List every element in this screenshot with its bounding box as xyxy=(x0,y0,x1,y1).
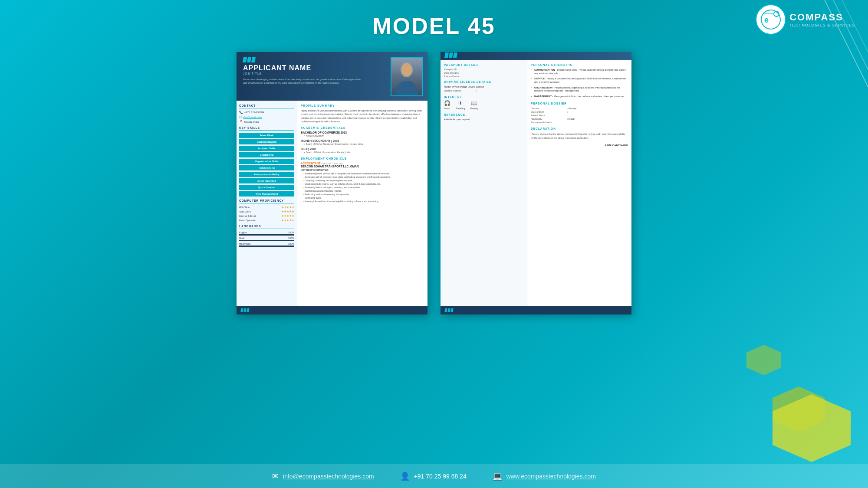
interest-icons: 🎧 Music ✈ Travelling 📖 Reading xyxy=(444,100,523,110)
strength-bold: MANAGEMENT xyxy=(534,95,552,98)
dossier-value: : Female xyxy=(567,107,576,110)
languages-title: LANGUAGES xyxy=(239,225,294,229)
logo-brand: COMPASS xyxy=(789,12,855,23)
p2-footer-bar-3 xyxy=(450,308,453,312)
emp-bullet: Keeping informed about current legislati… xyxy=(303,200,424,203)
emp-bullet: Creating periodic reports, such as balan… xyxy=(303,183,424,186)
lang-bar xyxy=(239,246,294,247)
dossier-value: : xyxy=(567,121,568,124)
key-skills-list: Team WorkCommunicationAnalytic SkillsLea… xyxy=(239,133,294,197)
lang-label: Malayalam 100% xyxy=(239,242,294,245)
computer-proficiency-title: COMPUTER PROFICIENCY xyxy=(239,199,294,203)
phone-number: +971 123456789 xyxy=(244,111,264,114)
page1-body: CONTACT 📞 +971 123456789 ✉ abc@gmail.com… xyxy=(237,101,427,314)
logo: e COMPASS TECHNOLOGIES & SERVICES xyxy=(756,4,855,35)
emp-title: ACCOUNTANT xyxy=(301,162,320,165)
page-title: MODEL 45 xyxy=(0,0,868,39)
reference-item: Available upon request xyxy=(444,118,523,121)
footer-email-item: ✉ info@ecompasstechnologies.com xyxy=(272,472,374,481)
comp-stars: ★★★★★ xyxy=(281,210,294,213)
contact-phone: 📞 +971 123456789 xyxy=(239,111,294,114)
objective-text: To secure a challenging position where I… xyxy=(243,78,365,85)
degree-title: HIGHER SECONDARY | 2008 xyxy=(301,139,424,142)
lang-bar-fill xyxy=(239,240,294,241)
skill-item: Detail Oriented xyxy=(239,178,294,183)
interest-label: Travelling xyxy=(456,107,465,110)
comp-name: Internet & Email xyxy=(239,215,256,217)
p2-footer-logo xyxy=(445,308,453,312)
p2-header-logo xyxy=(445,52,457,58)
reference-title: REFERENCE xyxy=(444,113,523,116)
interest-item: 📖 Reading xyxy=(470,100,479,110)
page2-header xyxy=(441,52,631,60)
emp-company: BEACON SOHAR TRANSPORT LLC, OMAN xyxy=(301,165,424,168)
personal-strengths-list: COMMUNICATION - Interpersonal skills – v… xyxy=(531,69,628,98)
applicant-name: APPLICANT NAME xyxy=(243,64,391,72)
comp-proficiency-item: Internet & Email★★★★★ xyxy=(239,214,294,218)
strength-bold: ORGANIZATION xyxy=(534,86,552,89)
interest-icon: 📖 xyxy=(471,100,477,106)
page1-left-column: CONTACT 📞 +971 123456789 ✉ abc@gmail.com… xyxy=(237,101,297,314)
comp-stars: ★★★★★ xyxy=(281,206,294,209)
dossier-value: : xyxy=(567,114,568,117)
hex-deco-small xyxy=(746,345,781,375)
personal-dossier-fields: Gender: FemaleDate of Birth:Marital Stat… xyxy=(531,107,628,124)
skill-item: Communication xyxy=(239,139,294,144)
degree-institution: Board of Higher Secondary Examination, K… xyxy=(304,142,424,146)
personal-dossier-title: PERSONAL DOSSIER xyxy=(531,102,628,105)
license-number-label: License Number xyxy=(444,89,474,92)
contact-email: ✉ abc@gmail.com xyxy=(239,115,294,119)
photo-placeholder xyxy=(391,58,422,95)
dossier-label: Marital Status xyxy=(531,114,566,117)
key-skills-section-title: KEY SKILLS xyxy=(239,126,294,131)
lang-percent: 100% xyxy=(288,237,294,239)
lang-bar xyxy=(239,240,294,241)
page1-header: APPLICANT NAME JOB TITLE To secure a cha… xyxy=(237,52,427,101)
dossier-value: : Indian xyxy=(567,118,575,120)
passport-section-title: PASSPORT DETAILS xyxy=(444,63,523,66)
license-colon: : xyxy=(476,89,477,92)
footer-phone-item: 👤 +91 70 25 99 68 24 xyxy=(400,472,467,481)
interest-icon: ✈ xyxy=(458,100,463,106)
photo-box xyxy=(391,57,423,96)
footer-email-icon: ✉ xyxy=(272,472,279,481)
footer-logo-mark xyxy=(241,308,249,312)
declaration-title: DECLARATION xyxy=(531,127,628,130)
passport-row: Date of Expiry: xyxy=(444,72,523,74)
dossier-label: Gender xyxy=(531,107,566,110)
emp-bullet: Compiling, analyzing, and reporting fina… xyxy=(303,179,424,182)
lang-bar-fill xyxy=(239,234,294,236)
resume-page-1: APPLICANT NAME JOB TITLE To secure a cha… xyxy=(237,52,427,314)
dossier-label: Date of Birth xyxy=(531,111,566,113)
emp-bullet: Performing audits and resolving discrepa… xyxy=(303,193,424,196)
strength-item: COMMUNICATION - Interpersonal skills – v… xyxy=(531,69,628,75)
logo-icon: e xyxy=(756,4,786,35)
emp-title-row: ACCOUNTANT Feb 2015 – Feb 2020 xyxy=(301,162,424,165)
passport-label: Date of Expiry xyxy=(444,72,470,74)
strength-text: - Management skills to direct others and… xyxy=(552,95,624,98)
dossier-row: Gender: Female xyxy=(531,107,628,110)
dossier-row: Nationality: Indian xyxy=(531,118,628,120)
degree-institution: Board of Public Examination, Kerala, Ind… xyxy=(304,151,424,154)
interest-label: Music xyxy=(444,107,450,110)
academic-credentials-title: ACADEMIC CREDENTIALS xyxy=(301,126,424,129)
degree-title: SSLC| 2008 xyxy=(301,147,424,151)
emp-bullet: Maintaining accurate financial records. xyxy=(303,190,424,193)
emp-bullet: Complying with all company, local, state… xyxy=(303,176,424,179)
driving-license-holder: Holder of Valid Indian Driving License xyxy=(444,85,484,88)
page2-body: PASSPORT DETAILS Passport No:Date of Exp… xyxy=(441,60,631,306)
language-item: English 100% xyxy=(239,231,294,236)
profile-summary-text: Highly skilled and versatile professiona… xyxy=(301,109,424,123)
footer-phone-icon: 👤 xyxy=(400,472,410,481)
lang-bar xyxy=(239,234,294,236)
comp-stars: ★★★★★ xyxy=(281,214,294,218)
emp-bullet: Maintaining books of Accounts in compute… xyxy=(303,172,424,175)
contact-section-title: CONTACT xyxy=(239,104,294,108)
page2-left-column: PASSPORT DETAILS Passport No:Date of Exp… xyxy=(441,60,527,306)
logo-bar-1 xyxy=(243,57,247,62)
driving-license-title: DRIVING LICENSE DETAILS xyxy=(444,80,523,83)
profile-summary-title: PROFILE SUMMARY xyxy=(301,104,424,107)
p2-footer-bar-2 xyxy=(447,308,450,312)
skill-item: Team Work xyxy=(239,133,294,138)
academic-credential-item: BACHELOR OF COMMERCE| 2013 Kerala Univer… xyxy=(301,131,424,138)
